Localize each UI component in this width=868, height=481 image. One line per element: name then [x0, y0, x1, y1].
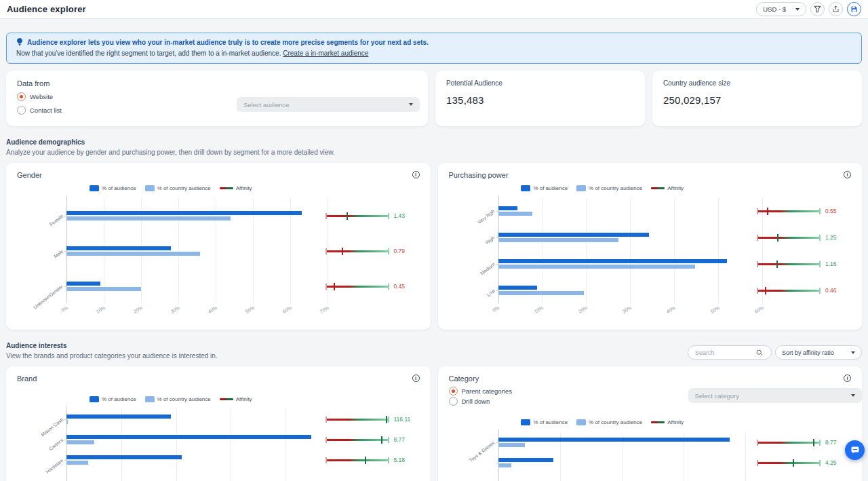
- audience-bar: [498, 206, 518, 210]
- affinity-track: [757, 263, 820, 265]
- audience-bar: [66, 455, 182, 459]
- legend-item-dark: % of audience: [521, 419, 568, 425]
- sort-value: Sort by affinity ratio: [782, 349, 834, 356]
- legend-swatch-dark: [521, 419, 530, 425]
- row-label-text: Very high: [477, 209, 495, 225]
- affinity-gauge: 1.16: [757, 258, 851, 269]
- banner-headline: Audience explorer lets you view who your…: [27, 39, 429, 46]
- x-tick-label: 60%: [282, 305, 293, 314]
- gender-chart-title: Gender: [17, 171, 42, 179]
- gridline: [285, 409, 286, 481]
- row-label-text: Female: [48, 214, 64, 227]
- purchasing-power-chart-card: Purchasing power i % of audience% of cou…: [438, 163, 863, 330]
- info-icon[interactable]: i: [844, 374, 851, 382]
- search-input[interactable]: [695, 349, 756, 356]
- affinity-gauges-column: 8.774.25: [757, 432, 851, 481]
- x-tick-label: 0%: [60, 305, 68, 313]
- legend-label: % of audience: [102, 396, 136, 402]
- info-icon[interactable]: i: [412, 171, 420, 178]
- chart-plot-area: 0%10%20%30%40%50%60%Very highHighMediumL…: [498, 198, 767, 303]
- sort-dropdown[interactable]: Sort by affinity ratio: [775, 345, 862, 360]
- audience-bar: [498, 458, 554, 462]
- affinity-track: [757, 237, 820, 239]
- category-controls: Parent categories Drill down Select cate…: [449, 387, 852, 411]
- currency-select[interactable]: USD - $: [756, 2, 806, 16]
- country-audience-value: 250,029,157: [663, 94, 851, 106]
- affinity-line-swatch: [220, 398, 233, 400]
- chart-legend: % of audience% of country audienceAffini…: [449, 185, 757, 191]
- affinity-track: [757, 442, 820, 444]
- data-from-card: Data from Website Contact list Select au…: [6, 71, 428, 126]
- select-category-dropdown[interactable]: Select category: [688, 388, 862, 403]
- country-audience-card: Country audience size 250,029,157: [652, 71, 862, 126]
- affinity-gauge: 1.43: [326, 210, 420, 221]
- affinity-value: 5.18: [394, 457, 406, 463]
- save-icon: [850, 5, 858, 13]
- affinity-track: [326, 215, 389, 217]
- x-tick-label: 30%: [170, 305, 181, 314]
- chevron-down-icon: [851, 351, 855, 354]
- x-tick-label: 40%: [666, 305, 677, 314]
- row-label-text: Hardware: [45, 458, 64, 474]
- row-label-text: Carter's: [48, 438, 64, 451]
- affinity-gauge: 116.11: [326, 414, 420, 425]
- save-button[interactable]: [847, 2, 861, 16]
- lightbulb-icon: [16, 38, 23, 46]
- legend-label: % of country audience: [589, 419, 642, 425]
- purchasing-power-chart-title: Purchasing power: [449, 171, 509, 179]
- legend-label: % of audience: [533, 185, 568, 191]
- search-box[interactable]: [688, 345, 772, 360]
- affinity-marker: [334, 283, 335, 290]
- info-icon[interactable]: i: [412, 374, 420, 382]
- row-label-text: Mason Cash: [40, 417, 64, 438]
- audience-bar: [498, 233, 649, 237]
- gridline: [718, 198, 719, 303]
- affinity-marker: [765, 287, 766, 294]
- affinity-track: [326, 439, 389, 441]
- radio-website-label: Website: [30, 93, 53, 100]
- create-audience-link[interactable]: Create a in-market audience: [283, 50, 368, 57]
- legend-swatch-dark: [90, 185, 99, 191]
- affinity-marker: [777, 234, 778, 242]
- country-audience-bar: [66, 216, 231, 220]
- legend-label: Affinity: [667, 419, 684, 425]
- info-icon[interactable]: i: [844, 171, 851, 178]
- affinity-value: 1.16: [825, 261, 837, 267]
- radio-drill-down-control[interactable]: [449, 397, 458, 406]
- legend-item-light: % of country audience: [576, 185, 642, 191]
- radio-parent-categories-label: Parent categories: [462, 387, 512, 395]
- gridline: [231, 409, 231, 481]
- banner-subtext: Now that you've identified the right seg…: [16, 50, 281, 57]
- legend-item-dark: % of audience: [90, 396, 136, 402]
- audience-bar: [498, 259, 728, 263]
- legend-label: % of audience: [102, 185, 136, 191]
- x-tick-label: 0%: [492, 305, 500, 313]
- country-audience-bar: [66, 461, 88, 465]
- country-audience-bar: [66, 287, 141, 291]
- radio-contact-list-control[interactable]: [17, 106, 26, 115]
- affinity-marker: [381, 436, 382, 444]
- affinity-track: [757, 290, 820, 292]
- filter-button[interactable]: [810, 2, 825, 16]
- chart-plot-area: Toys & Games: [498, 432, 767, 481]
- legend-label: % of country audience: [157, 396, 211, 402]
- select-category-placeholder: Select category: [695, 392, 739, 400]
- gridline: [121, 409, 122, 481]
- chat-widget-button[interactable]: [845, 440, 865, 460]
- affinity-track: [757, 462, 820, 464]
- select-audience-dropdown[interactable]: Select audience: [237, 97, 420, 112]
- funnel-icon: [814, 5, 821, 13]
- share-button[interactable]: [829, 2, 843, 16]
- affinity-gauges-column: 1.430.790.45: [326, 198, 420, 303]
- affinity-track: [326, 250, 389, 252]
- affinity-value: 8.77: [394, 436, 406, 443]
- potential-audience-label: Potential Audience: [446, 79, 634, 87]
- legend-swatch-dark: [90, 396, 99, 402]
- affinity-gauges-column: 0.551.251.160.46: [757, 198, 851, 303]
- radio-website-control[interactable]: [17, 92, 26, 101]
- affinity-value: 8.77: [825, 439, 837, 446]
- demographics-title: Audience demographics: [6, 138, 862, 146]
- radio-parent-categories-control[interactable]: [449, 387, 458, 396]
- legend-item-light: % of country audience: [145, 396, 211, 402]
- affinity-gauge: 8.77: [757, 437, 851, 448]
